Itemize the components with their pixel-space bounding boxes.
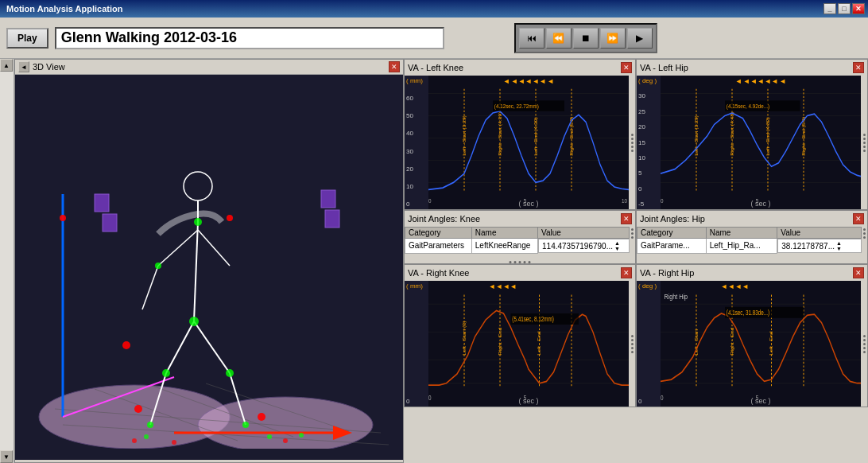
svg-line-15 <box>142 266 158 309</box>
va-left-hip-close[interactable]: ✕ <box>853 62 864 73</box>
window-controls: _ □ ✕ <box>823 3 865 14</box>
svg-text:Left - End: Left - End <box>537 331 541 356</box>
va-right-knee-yaxis: ( mm) 0 <box>405 281 428 407</box>
svg-rect-33 <box>95 194 109 212</box>
svg-point-37 <box>132 438 137 443</box>
right-panels: VA - Left Knee ✕ ( mm) 60 50 40 30 20 10… <box>404 59 868 463</box>
va-right-knee-panel: VA - Right Knee ✕ ( mm) 0 ◄◄◄◄ <box>404 264 636 407</box>
svg-text:Right - End: Right - End <box>730 327 734 356</box>
va-right-knee-header: VA - Right Knee ✕ <box>405 265 635 281</box>
svg-text:Right - Start (4:39): Right - Start (4:39) <box>497 112 502 156</box>
svg-text:Left - Start (3:29): Left - Start (3:29) <box>461 115 466 156</box>
view-3d-header: ◄ 3D View ✕ <box>15 60 403 75</box>
svg-rect-34 <box>103 214 117 231</box>
svg-text:Right - Start (4:48): Right - Start (4:48) <box>729 112 734 156</box>
svg-point-29 <box>134 405 142 413</box>
cell-name-hip: Left_Hip_Ra... <box>706 239 777 254</box>
svg-rect-62 <box>661 76 861 209</box>
view-3d-close[interactable]: ✕ <box>389 61 400 72</box>
svg-point-41 <box>283 438 288 443</box>
svg-text:0: 0 <box>661 394 664 402</box>
scroll-up[interactable]: ▲ <box>0 59 13 72</box>
panel-dots-left-hip <box>861 76 867 209</box>
va-left-knee-ylabel: ( mm) <box>406 77 427 84</box>
table-dots <box>630 227 635 254</box>
title-input[interactable] <box>55 27 444 49</box>
rewind-start-button[interactable]: ⏮ <box>519 28 544 49</box>
joint-angles-hip-close[interactable]: ✕ <box>853 213 864 224</box>
hip-value-spinner[interactable]: ▲ ▼ <box>836 240 842 251</box>
joint-angles-hip-table: Category Name Value GaitParame... Left_H… <box>637 227 862 254</box>
joint-angles-knee-header: Joint Angles: Knee ✕ <box>405 211 635 227</box>
svg-point-24 <box>226 369 234 377</box>
svg-point-40 <box>267 434 272 439</box>
svg-text:0: 0 <box>428 394 432 402</box>
minimize-button[interactable]: _ <box>823 3 836 14</box>
svg-text:Right - End: Right - End <box>498 327 502 356</box>
va-left-hip-xlabel: ( sec ) <box>750 200 770 208</box>
svg-rect-43 <box>428 76 629 209</box>
left-hip-svg: Left - Start (3:29) Right - Start (4:48)… <box>661 76 861 209</box>
svg-point-22 <box>189 317 199 326</box>
cell-value-hip: 38.12178787... ▲ ▼ <box>777 239 861 253</box>
va-right-hip-panel: VA - Right Hip ✕ ( deg ) 0 ◄◄◄◄ <box>636 264 868 407</box>
maximize-button[interactable]: □ <box>838 3 851 14</box>
rewind-button[interactable]: ⏪ <box>546 28 572 49</box>
col-category-knee: Category <box>405 228 472 239</box>
left-knee-svg: Left - Start (3:29) Right - Start (4:39)… <box>428 76 629 209</box>
va-left-knee-panel: VA - Left Knee ✕ ( mm) 60 50 40 30 20 10… <box>404 59 636 210</box>
left-scrollbar[interactable]: ▲ ▼ <box>0 59 14 463</box>
scroll-down[interactable]: ▼ <box>0 450 13 463</box>
svg-text:0: 0 <box>428 198 432 205</box>
right-hip-nav: ◄◄◄◄ <box>721 282 750 290</box>
va-left-knee-yaxis: ( mm) 60 50 40 30 20 10 0 <box>405 76 428 209</box>
stop-button[interactable]: ⏹ <box>573 28 599 49</box>
svg-line-13 <box>194 222 198 321</box>
joint-angles-hip-title: Joint Angles: Hip <box>640 214 705 224</box>
svg-point-27 <box>155 263 161 269</box>
svg-point-23 <box>162 369 170 377</box>
svg-text:(5.41sec, 8.12mm): (5.41sec, 8.12mm) <box>512 316 553 324</box>
va-left-knee-title: VA - Left Knee <box>408 63 463 72</box>
svg-point-28 <box>122 341 130 349</box>
va-left-hip-panel: VA - Left Hip ✕ ( deg ) 30 25 20 15 10 5… <box>636 59 868 210</box>
va-left-knee-body: ( mm) 60 50 40 30 20 10 0 ◄ ◄◄◄◄◄ ◄ <box>405 76 635 209</box>
va-right-hip-close[interactable]: ✕ <box>853 267 864 278</box>
value-spinner[interactable]: ▲ ▼ <box>614 240 620 251</box>
right-knee-nav: ◄◄◄◄ <box>489 282 517 290</box>
3d-view-collapse[interactable]: ◄ <box>18 61 29 72</box>
svg-text:(4.12sec, 22.72mm): (4.12sec, 22.72mm) <box>494 103 539 111</box>
toolbar: Play ⏮ ⏪ ⏹ ⏩ ▶ <box>0 18 868 59</box>
svg-line-17 <box>166 321 194 373</box>
svg-text:(4.15sec, 4.92de...): (4.15sec, 4.92de...) <box>727 103 769 111</box>
svg-rect-80 <box>428 281 629 407</box>
va-right-knee-close[interactable]: ✕ <box>621 267 632 278</box>
va-left-hip-header: VA - Left Hip ✕ <box>637 60 867 76</box>
bottom-dots <box>510 261 531 263</box>
cell-value: 114.47357196790... ▲ ▼ <box>538 239 629 253</box>
svg-point-32 <box>60 215 66 221</box>
play-button[interactable]: Play <box>6 28 48 49</box>
svg-text:0: 0 <box>661 198 664 205</box>
svg-point-26 <box>242 422 249 428</box>
va-left-knee-close[interactable]: ✕ <box>621 62 632 73</box>
joint-angles-hip-header: Joint Angles: Hip ✕ <box>637 211 867 227</box>
play-transport-button[interactable]: ▶ <box>627 28 653 49</box>
transport-controls: ⏮ ⏪ ⏹ ⏩ ▶ <box>514 23 657 53</box>
svg-text:(4.1sec, 31.83de...): (4.1sec, 31.83de...) <box>727 309 769 317</box>
close-button[interactable]: ✕ <box>852 3 865 14</box>
svg-line-14 <box>158 230 198 266</box>
joint-angles-knee-panel: Joint Angles: Knee ✕ Category Name Value <box>404 210 636 264</box>
svg-rect-36 <box>325 210 339 228</box>
joint-angles-knee-close[interactable]: ✕ <box>621 213 632 224</box>
fast-forward-button[interactable]: ⏩ <box>600 28 626 49</box>
va-left-knee-xlabel: ( sec ) <box>518 200 538 208</box>
va-right-hip-chart: ◄◄◄◄ Left - Start Right <box>661 281 861 407</box>
app-title: Motion Analysis Application <box>3 4 122 14</box>
view-3d-panel: ◄ 3D View ✕ <box>14 59 404 463</box>
right-hip-svg: Left - Start Right - End Left - End (4.1… <box>661 281 861 407</box>
va-left-hip-chart: ◄ ◄◄◄◄◄ ◄ <box>661 76 861 209</box>
va-left-knee-header: VA - Left Knee ✕ <box>405 60 635 76</box>
va-right-knee-xlabel: ( sec ) <box>518 397 538 405</box>
va-right-hip-xlabel: ( sec ) <box>750 397 770 405</box>
